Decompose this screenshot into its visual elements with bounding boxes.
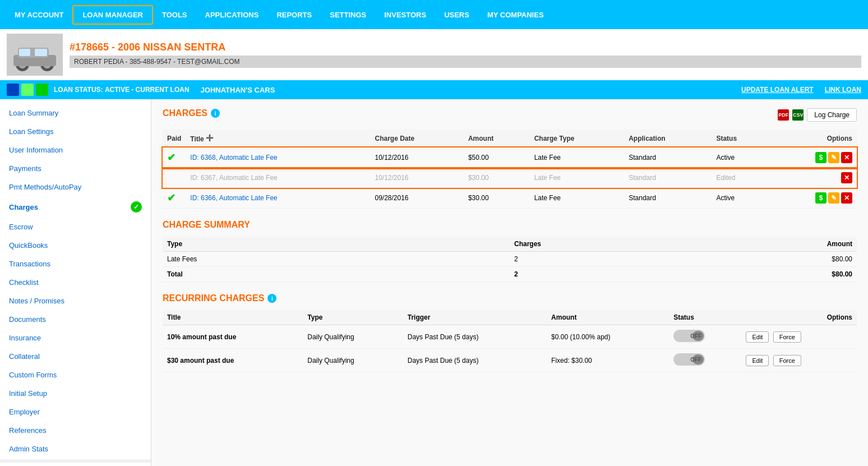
- top-navigation: MY ACCOUNT LOAN MANAGER TOOLS APPLICATIO…: [0, 0, 868, 29]
- toggle-switch-2[interactable]: OFF: [673, 353, 705, 366]
- sidebar-item-checklist[interactable]: Checklist: [0, 273, 151, 292]
- status-square-green: [36, 84, 48, 96]
- action-edit-button[interactable]: ✎: [828, 152, 839, 163]
- sidebar-item-user-information[interactable]: User Information: [0, 141, 151, 159]
- charge-summary-header: CHARGE SUMMARY: [163, 220, 857, 230]
- sidebar-item-quickbooks[interactable]: QuickBooks: [0, 236, 151, 255]
- recurring-edit-button-1[interactable]: Edit: [746, 331, 769, 343]
- add-column-icon[interactable]: ✛: [206, 133, 213, 143]
- cell-status: OFF: [669, 349, 741, 372]
- charge-link[interactable]: ID: 6366, Automatic Late Fee: [190, 194, 277, 202]
- toggle-label-2: OFF: [690, 357, 701, 363]
- cell-paid: ✔: [163, 188, 186, 209]
- nav-reports[interactable]: REPORTS: [267, 6, 321, 24]
- action-pay-button[interactable]: $: [815, 152, 827, 163]
- cell-options: $ ✎ ✕: [769, 147, 857, 168]
- sidebar-item-insurance[interactable]: Insurance: [0, 329, 151, 347]
- loan-title: #178665 - 2006 NISSAN SENTRA: [70, 41, 861, 53]
- update-loan-alert-link[interactable]: UPDATE LOAN ALERT: [741, 86, 814, 94]
- cell-status: Edited: [712, 168, 768, 188]
- cell-title: 10% amount past due: [163, 325, 303, 349]
- action-pay-button[interactable]: $: [815, 192, 827, 204]
- sidebar-item-charges[interactable]: Charges ✓: [0, 196, 151, 218]
- nav-investors[interactable]: INVESTORS: [375, 6, 435, 24]
- recurring-force-button-2[interactable]: Force: [773, 355, 801, 366]
- action-delete-button[interactable]: ✕: [841, 152, 852, 163]
- recurring-force-button-1[interactable]: Force: [773, 331, 801, 343]
- cell-trigger: Days Past Due (5 days): [403, 325, 547, 349]
- sidebar-item-escrow[interactable]: Escrow: [0, 218, 151, 236]
- cell-amount: $30.00: [464, 188, 530, 209]
- nav-my-companies[interactable]: MY COMPANIES: [478, 6, 553, 24]
- cell-amount: Fixed: $30.00: [547, 349, 669, 372]
- sidebar-divider: [0, 459, 151, 463]
- cell-type: Daily Qualifying: [303, 349, 403, 372]
- sidebar-item-loan-summary[interactable]: Loan Summary: [0, 104, 151, 122]
- col-charge-date: Charge Date: [370, 130, 463, 147]
- status-square-blue: [7, 84, 19, 96]
- nav-settings[interactable]: SETTINGS: [321, 6, 375, 24]
- cell-title: ID: 6367, Automatic Late Fee: [186, 168, 370, 188]
- nav-applications[interactable]: APPLICATIONS: [196, 6, 268, 24]
- recurring-edit-button-2[interactable]: Edit: [746, 355, 769, 366]
- charges-table: Paid Title ✛ Charge Date Amount Charge T…: [163, 130, 857, 209]
- sidebar-item-notes-promises[interactable]: Notes / Promises: [0, 292, 151, 310]
- csv-export-icon[interactable]: CSV: [792, 109, 804, 121]
- nav-tools[interactable]: TOOLS: [153, 6, 196, 24]
- toggle-switch-1[interactable]: OFF: [673, 330, 705, 342]
- pdf-export-icon[interactable]: PDF: [778, 109, 789, 121]
- nav-my-account[interactable]: MY ACCOUNT: [6, 6, 72, 24]
- cell-charge-date: 10/12/2016: [370, 147, 463, 168]
- action-delete-button[interactable]: ✕: [841, 192, 852, 204]
- table-row: ✔ ID: 6368, Automatic Late Fee 10/12/201…: [163, 147, 857, 168]
- link-loan-link[interactable]: LINK LOAN: [825, 86, 861, 94]
- sidebar-item-initial-setup[interactable]: Initial Setup: [0, 384, 151, 403]
- nav-users[interactable]: USERS: [435, 6, 478, 24]
- toggle-label-1: OFF: [690, 333, 701, 339]
- sidebar-item-pmt-methods[interactable]: Pmt Methods/AutoPay: [0, 178, 151, 196]
- col-options: Options: [741, 310, 857, 325]
- dealership-name: JOHNATHAN'S CARS: [201, 86, 275, 94]
- cell-type: Daily Qualifying: [303, 325, 403, 349]
- log-charge-button[interactable]: Log Charge: [807, 108, 857, 122]
- col-paid: Paid: [163, 130, 186, 147]
- recurring-charges-section: RECURRING CHARGES i Title Type Trigger A…: [163, 293, 857, 372]
- loan-vehicle-image: [7, 34, 63, 76]
- cell-title: ID: 6366, Automatic Late Fee: [186, 188, 370, 209]
- sidebar-item-payments[interactable]: Payments: [0, 159, 151, 178]
- cell-type: Late Fees: [163, 252, 510, 267]
- sidebar-item-transactions[interactable]: Transactions: [0, 255, 151, 273]
- table-row: Total 2 $80.00: [163, 267, 857, 282]
- charges-info-icon[interactable]: i: [211, 109, 220, 118]
- col-amount: Amount: [464, 130, 530, 147]
- action-delete-button[interactable]: ✕: [841, 172, 852, 183]
- cell-options: $ ✎ ✕: [769, 188, 857, 209]
- cell-paid: ✔: [163, 147, 186, 168]
- col-status: Status: [669, 310, 741, 325]
- charge-summary-section: CHARGE SUMMARY Type Charges Amount Late …: [163, 220, 857, 282]
- cell-application: Standard: [624, 168, 712, 188]
- sidebar-item-loan-settings[interactable]: Loan Settings: [0, 122, 151, 141]
- sidebar-item-references[interactable]: References: [0, 421, 151, 440]
- recurring-info-icon[interactable]: i: [267, 294, 276, 303]
- cell-charge-type: Late Fee: [530, 168, 625, 188]
- cell-title: $30 amount past due: [163, 349, 303, 372]
- col-amount: Amount: [687, 237, 857, 252]
- cell-charge-date: 10/12/2016: [370, 168, 463, 188]
- action-edit-button[interactable]: ✎: [828, 192, 839, 204]
- nav-loan-manager[interactable]: LOAN MANAGER: [72, 5, 153, 25]
- charge-link[interactable]: ID: 6368, Automatic Late Fee: [190, 154, 277, 162]
- sidebar-item-admin-stats[interactable]: Admin Stats: [0, 440, 151, 458]
- sidebar-item-loan-archive[interactable]: Loan Archive: [0, 464, 151, 466]
- sidebar-item-collateral[interactable]: Collateral: [0, 347, 151, 366]
- sidebar-item-employer[interactable]: Employer: [0, 403, 151, 421]
- col-trigger: Trigger: [403, 310, 547, 325]
- cell-charges: 2: [510, 267, 687, 282]
- sidebar-item-documents[interactable]: Documents: [0, 310, 151, 329]
- loan-status-bar: LOAN STATUS: ACTIVE - CURRENT LOAN JOHNA…: [0, 80, 868, 99]
- charges-section-header: CHARGES i: [163, 108, 220, 118]
- table-row: $30 amount past due Daily Qualifying Day…: [163, 349, 857, 372]
- sidebar-item-custom-forms[interactable]: Custom Forms: [0, 366, 151, 384]
- charges-toolbar: PDF CSV Log Charge: [778, 108, 857, 122]
- charge-link[interactable]: ID: 6367, Automatic Late Fee: [190, 174, 277, 182]
